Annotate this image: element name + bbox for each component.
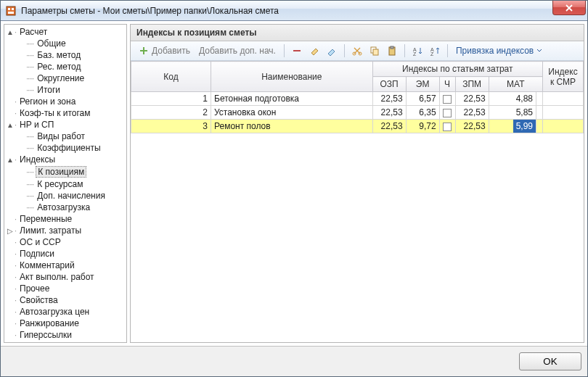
- tree-item[interactable]: ·····Общие: [4, 38, 126, 49]
- cell-mat[interactable]: 5,85: [489, 106, 536, 120]
- col-zpm[interactable]: ЗПМ: [455, 77, 489, 92]
- cell-smr[interactable]: [543, 92, 584, 106]
- tree-item[interactable]: ▲·Расчет: [4, 26, 126, 38]
- close-button[interactable]: [552, 1, 586, 15]
- tree-item[interactable]: ·Коэф-ты к итогам: [4, 107, 126, 119]
- col-mat[interactable]: МАТ: [489, 77, 542, 92]
- tree-item[interactable]: ·····Рес. метод: [4, 61, 126, 72]
- delete-button[interactable]: [289, 44, 305, 58]
- add-extra-button[interactable]: Добавить доп. нач.: [195, 44, 279, 58]
- bind-indexes-button[interactable]: Привязка индексов: [452, 44, 546, 58]
- cell-name[interactable]: Установка окон: [211, 106, 373, 120]
- nav-tree[interactable]: ▲·Расчет·····Общие·····Баз. метод·····Ре…: [4, 24, 127, 343]
- expand-arrow-icon: ▲: [6, 156, 15, 164]
- cell-em[interactable]: 9,72: [406, 120, 439, 133]
- window-title: Параметры сметы - Мои сметы\Пример папки…: [21, 6, 552, 16]
- cell-ch[interactable]: [439, 106, 455, 120]
- erase-button[interactable]: [306, 44, 322, 58]
- tree-item[interactable]: ·Регион и зона: [4, 96, 126, 107]
- cell-em[interactable]: 6,35: [406, 106, 439, 120]
- tree-item[interactable]: ·····Итоги: [4, 84, 126, 96]
- tree-item[interactable]: ·····Доп. начисления: [4, 190, 126, 202]
- col-group[interactable]: Индексы по статьям затрат: [372, 62, 542, 77]
- cell-ozp[interactable]: 22,53: [372, 92, 406, 106]
- svg-text:Z: Z: [430, 51, 434, 56]
- sort-asc-icon: AZ: [412, 46, 422, 56]
- tree-item[interactable]: ·Комментарий: [4, 260, 126, 271]
- tree-item-label: ОС и ССР: [18, 237, 62, 247]
- checkbox[interactable]: [443, 109, 452, 117]
- tree-item[interactable]: ·····Виды работ: [4, 130, 126, 142]
- ok-button[interactable]: OK: [519, 352, 581, 370]
- tree-item[interactable]: ·Ранжирование: [4, 318, 126, 329]
- expand-arrow-icon: ▲: [6, 121, 15, 129]
- cell-zpm[interactable]: 22,53: [455, 92, 489, 106]
- tree-item-label: Прочее: [18, 283, 51, 294]
- cell-em[interactable]: 6,57: [406, 92, 439, 106]
- tree-item[interactable]: ·····Автозагрузка: [4, 202, 126, 213]
- tree-item[interactable]: ▲·НР и СП: [4, 119, 126, 130]
- tree-item-label: Баз. метод: [36, 50, 82, 60]
- cell-name[interactable]: Бетонная подготовка: [211, 92, 373, 106]
- grid-scroll[interactable]: Код Наименование Индексы по статьям затр…: [131, 61, 584, 342]
- titlebar: Параметры сметы - Мои сметы\Пример папки…: [1, 1, 587, 21]
- cell-spacer[interactable]: [536, 92, 543, 106]
- add-button[interactable]: Добавить: [135, 44, 194, 58]
- tree-item[interactable]: ▷·Лимит. затраты: [4, 225, 126, 236]
- cell-smr[interactable]: [543, 106, 584, 120]
- table-row[interactable]: 3Ремонт полов22,539,7222,535,99: [131, 120, 584, 133]
- table-row[interactable]: 2Установка окон22,536,3522,535,85: [131, 106, 584, 120]
- col-ch[interactable]: Ч: [439, 77, 455, 92]
- cell-ozp[interactable]: 22,53: [372, 120, 406, 133]
- sort-desc-button[interactable]: AZ: [427, 44, 443, 58]
- cell-code[interactable]: 3: [131, 120, 211, 133]
- tree-item-label: Подписи: [18, 249, 56, 259]
- toolbar-separator: [344, 44, 345, 57]
- cell-mat[interactable]: 5,99: [489, 120, 536, 133]
- cut-button[interactable]: [349, 44, 365, 58]
- cell-zpm[interactable]: 22,53: [455, 106, 489, 120]
- tree-item[interactable]: ·····К ресурсам: [4, 178, 126, 190]
- tree-item[interactable]: ·Прочее: [4, 283, 126, 294]
- clear-button[interactable]: [324, 44, 340, 58]
- col-smr[interactable]: Индекс к СМР: [543, 62, 584, 92]
- toolbar: Добавить Добавить доп. нач.: [131, 41, 584, 61]
- cell-smr[interactable]: [543, 120, 584, 133]
- col-code[interactable]: Код: [131, 62, 211, 92]
- table-row[interactable]: 1Бетонная подготовка22,536,5722,534,88: [131, 92, 584, 106]
- indexes-grid[interactable]: Код Наименование Индексы по статьям затр…: [131, 61, 584, 133]
- tree-item[interactable]: ·····К позициям: [4, 165, 126, 178]
- tree-item[interactable]: ·Переменные: [4, 213, 126, 225]
- paste-button[interactable]: [384, 44, 400, 58]
- tree-item[interactable]: ·Свойства: [4, 294, 126, 306]
- tree-item-label: К ресурсам: [36, 179, 84, 189]
- tree-item[interactable]: ·····Коэффициенты: [4, 142, 126, 154]
- tree-item-label: Регион и зона: [18, 96, 77, 107]
- cell-code[interactable]: 2: [131, 106, 211, 120]
- checkbox[interactable]: [443, 123, 452, 131]
- tree-item[interactable]: ·Автозагрузка цен: [4, 306, 126, 318]
- sort-asc-button[interactable]: AZ: [409, 44, 425, 58]
- cell-ch[interactable]: [439, 120, 455, 133]
- col-name[interactable]: Наименование: [211, 62, 373, 92]
- cell-ch[interactable]: [439, 92, 455, 106]
- cell-ozp[interactable]: 22,53: [372, 106, 406, 120]
- cell-name[interactable]: Ремонт полов: [211, 120, 373, 133]
- tree-item[interactable]: ·Подписи: [4, 248, 126, 260]
- cell-zpm[interactable]: 22,53: [455, 120, 489, 133]
- checkbox[interactable]: [443, 95, 452, 104]
- tree-item[interactable]: ·Акт выполн. работ: [4, 271, 126, 283]
- tree-item[interactable]: ·Гиперссылки: [4, 329, 126, 341]
- cell-mat[interactable]: 4,88: [489, 92, 536, 106]
- tree-item[interactable]: ·ОС и ССР: [4, 236, 126, 248]
- tree-item[interactable]: ▲·Индексы: [4, 154, 126, 165]
- tree-item[interactable]: ·····Баз. метод: [4, 49, 126, 61]
- col-em[interactable]: ЭМ: [406, 77, 439, 92]
- svg-text:Z: Z: [413, 51, 417, 56]
- cell-spacer[interactable]: [536, 120, 543, 133]
- cell-spacer[interactable]: [536, 106, 543, 120]
- copy-button[interactable]: [367, 44, 383, 58]
- col-ozp[interactable]: ОЗП: [372, 77, 406, 92]
- tree-item[interactable]: ·····Округление: [4, 72, 126, 84]
- cell-code[interactable]: 1: [131, 92, 211, 106]
